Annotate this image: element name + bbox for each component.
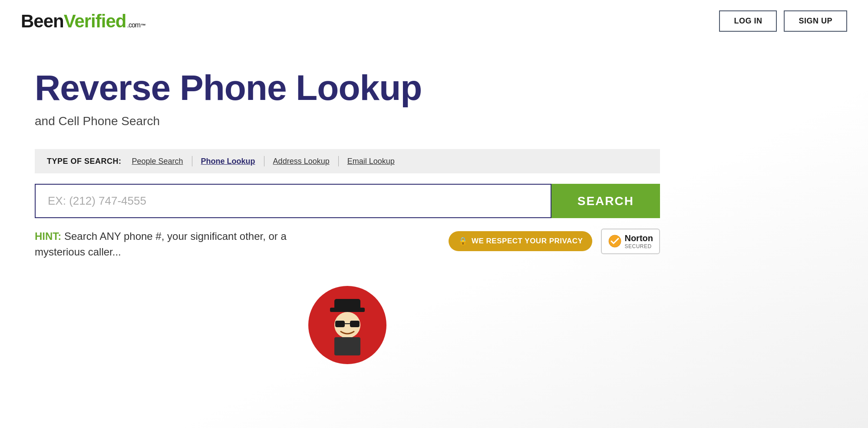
- norton-check-icon: [608, 234, 622, 248]
- main-content: Reverse Phone Lookup and Cell Phone Sear…: [0, 42, 695, 382]
- search-type-phone[interactable]: Phone Lookup: [201, 157, 255, 166]
- hint-keyword: HINT:: [35, 230, 61, 242]
- svg-rect-7: [334, 337, 360, 355]
- divider-3: [338, 156, 339, 166]
- page-title: Reverse Phone Lookup: [35, 68, 660, 107]
- search-type-bar: TYPE OF SEARCH: People Search Phone Look…: [35, 149, 660, 173]
- privacy-badge: 🔒 WE RESPECT YOUR PRIVACY: [449, 231, 592, 251]
- divider-2: [264, 156, 264, 166]
- svg-rect-4: [335, 321, 345, 327]
- signup-button[interactable]: SIGN UP: [784, 10, 847, 32]
- phone-search-input[interactable]: [35, 184, 551, 218]
- logo-verified: Verified: [64, 11, 126, 32]
- below-search: HINT: Search ANY phone #, your significa…: [35, 229, 660, 260]
- norton-text: Norton SECURED: [624, 233, 653, 249]
- norton-secured: SECURED: [624, 243, 653, 249]
- svg-rect-2: [334, 299, 360, 310]
- search-type-label: TYPE OF SEARCH:: [47, 157, 122, 166]
- logo-tm: ™: [141, 23, 145, 29]
- norton-brand: Norton: [624, 233, 653, 243]
- page-subtitle: and Cell Phone Search: [35, 114, 660, 128]
- search-bar-container: SEARCH: [35, 184, 660, 218]
- search-type-address[interactable]: Address Lookup: [273, 157, 330, 166]
- header-buttons: LOG IN SIGN UP: [719, 10, 847, 32]
- hint-text: HINT: Search ANY phone #, your significa…: [35, 229, 339, 260]
- hint-body: Search ANY phone #, your significant oth…: [35, 230, 287, 258]
- login-button[interactable]: LOG IN: [719, 10, 777, 32]
- norton-badge: Norton SECURED: [601, 229, 660, 254]
- search-type-people[interactable]: People Search: [132, 157, 183, 166]
- privacy-badge-label: WE RESPECT YOUR PRIVACY: [472, 237, 583, 246]
- search-type-email[interactable]: Email Lookup: [347, 157, 395, 166]
- logo-been: Been: [21, 11, 64, 32]
- detective-circle: [308, 286, 386, 364]
- trust-badges: 🔒 WE RESPECT YOUR PRIVACY Norton: [449, 229, 660, 254]
- logo-dotcom: .com: [127, 21, 140, 29]
- header: BeenVerified.com™ LOG IN SIGN UP: [0, 0, 868, 42]
- logo: BeenVerified.com™: [21, 11, 145, 32]
- svg-rect-5: [350, 321, 360, 327]
- divider-1: [192, 156, 192, 166]
- search-button[interactable]: SEARCH: [551, 184, 660, 218]
- lock-icon: 🔒: [458, 236, 468, 246]
- illustration-area: [35, 286, 660, 364]
- search-type-links: People Search Phone Lookup Address Looku…: [132, 156, 395, 166]
